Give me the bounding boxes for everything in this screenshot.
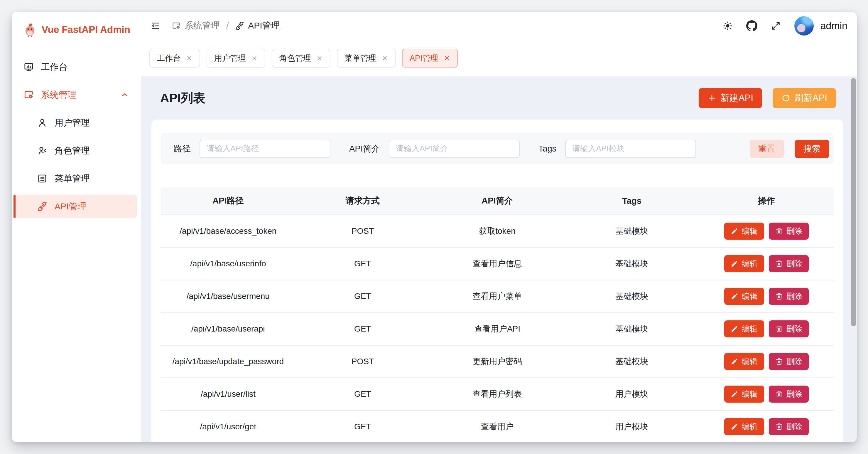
sidebar-item[interactable]: API管理 xyxy=(16,195,137,218)
trash-icon xyxy=(775,390,783,398)
fullscreen-icon[interactable] xyxy=(771,21,781,31)
refresh-api-button[interactable]: 刷新API xyxy=(773,88,836,108)
sidebar-collapse-icon[interactable] xyxy=(151,21,160,31)
delete-button[interactable]: 删除 xyxy=(769,288,809,305)
delete-button[interactable]: 删除 xyxy=(769,320,809,337)
tab-chip[interactable]: 用户管理 xyxy=(207,49,265,67)
cell-http-method: POST xyxy=(296,346,430,377)
sidebar-item[interactable]: 工作台 xyxy=(16,55,137,79)
search-button[interactable]: 搜索 xyxy=(795,140,829,158)
sidebar-item[interactable]: 系统管理 xyxy=(16,83,137,107)
cell-tags: 基础模块 xyxy=(565,313,699,345)
cell-api-path: /api/v1/base/update_password xyxy=(161,346,296,377)
cell-tags: 用户模块 xyxy=(565,378,699,410)
filter-field-input[interactable] xyxy=(565,140,696,158)
cell-actions: 编辑 删除 xyxy=(699,313,834,345)
tab-chip-label: 角色管理 xyxy=(279,53,311,63)
edit-button[interactable]: 编辑 xyxy=(724,223,764,239)
delete-button[interactable]: 删除 xyxy=(769,255,809,272)
cell-actions: 编辑 删除 xyxy=(699,411,834,442)
filter-panel: 路径 API简介 Tags xyxy=(161,133,834,165)
tab-close-icon[interactable] xyxy=(186,55,192,61)
tab-chip-label: API管理 xyxy=(410,53,438,63)
app-title: Vue FastAPI Admin xyxy=(42,24,130,35)
filter-field-label: API简介 xyxy=(349,143,380,155)
reset-button[interactable]: 重置 xyxy=(750,140,784,158)
user-menu[interactable]: admin xyxy=(794,16,847,35)
edit-button[interactable]: 编辑 xyxy=(724,255,764,272)
filter-field: Tags xyxy=(538,140,696,158)
cell-api-summary: 获取token xyxy=(430,215,565,247)
trash-icon xyxy=(775,423,783,430)
cell-api-path: /api/v1/base/userapi xyxy=(161,313,296,345)
sidebar-item[interactable]: 角色管理 xyxy=(16,139,137,162)
tab-close-icon[interactable] xyxy=(381,55,388,61)
tab-close-icon[interactable] xyxy=(251,55,258,61)
table-row: /api/v1/base/userapi GET 查看用户API 基础模块 编辑 xyxy=(161,312,834,345)
chicken-logo-icon xyxy=(23,23,37,37)
main-area: 系统管理 / API管理 admin xyxy=(141,12,857,442)
breadcrumb: 系统管理 / API管理 xyxy=(172,20,280,32)
content-area: API列表 新建API 刷新API xyxy=(141,76,857,442)
pencil-icon xyxy=(731,292,738,300)
api-table: API路径 请求方式 API简介 Tags 操作 xyxy=(161,187,834,442)
plus-icon xyxy=(708,94,716,103)
tab-chip[interactable]: 工作台 xyxy=(149,49,200,67)
tab-chip[interactable]: 角色管理 xyxy=(272,49,331,67)
delete-button[interactable]: 删除 xyxy=(769,353,809,370)
filter-buttons: 重置 搜索 xyxy=(750,140,829,158)
window-gear-icon xyxy=(24,90,34,100)
scrollbar-thumb[interactable] xyxy=(851,78,856,326)
app-window: Vue FastAPI Admin 工作台 系统管理 用户管理 xyxy=(12,12,857,442)
app-logo[interactable]: Vue FastAPI Admin xyxy=(12,12,141,48)
page-head: API列表 新建API 刷新API xyxy=(151,76,843,119)
tab-close-icon[interactable] xyxy=(444,55,450,61)
trash-icon xyxy=(775,260,783,267)
plug-icon xyxy=(235,21,244,31)
trash-icon xyxy=(775,292,783,300)
delete-button[interactable]: 删除 xyxy=(769,386,809,403)
cell-api-summary: 更新用户密码 xyxy=(430,346,565,377)
tab-chip[interactable]: 菜单管理 xyxy=(337,49,396,67)
github-icon[interactable] xyxy=(746,20,757,31)
page-title: API列表 xyxy=(160,90,206,106)
sidebar-item[interactable]: 用户管理 xyxy=(16,111,137,135)
cell-http-method: GET xyxy=(296,378,430,410)
window-gear-icon xyxy=(172,21,181,31)
create-api-button[interactable]: 新建API xyxy=(699,88,762,108)
avatar[interactable] xyxy=(794,16,814,35)
chevron-up-icon[interactable] xyxy=(120,90,129,99)
sidebar-item[interactable]: 菜单管理 xyxy=(16,167,137,190)
page-head-buttons: 新建API 刷新API xyxy=(699,88,836,108)
edit-button[interactable]: 编辑 xyxy=(724,288,764,305)
trash-icon xyxy=(775,358,783,365)
topbar-right: admin xyxy=(723,16,847,35)
cell-http-method: GET xyxy=(296,411,430,442)
breadcrumb-item-api[interactable]: API管理 xyxy=(235,20,280,32)
table-header-row: API路径 请求方式 API简介 Tags 操作 xyxy=(161,187,834,215)
delete-button[interactable]: 删除 xyxy=(769,418,809,435)
filter-field-input[interactable] xyxy=(199,140,331,158)
monitor-icon xyxy=(24,62,34,72)
tab-chip[interactable]: API管理 xyxy=(402,49,458,67)
cell-api-path: /api/v1/base/usermenu xyxy=(161,280,296,312)
cell-actions: 编辑 删除 xyxy=(699,248,834,280)
edit-button[interactable]: 编辑 xyxy=(724,353,764,370)
filter-field-label: 路径 xyxy=(174,143,191,155)
delete-button[interactable]: 删除 xyxy=(769,223,809,239)
filter-field-input[interactable] xyxy=(389,140,520,158)
breadcrumb-item-system[interactable]: 系统管理 xyxy=(172,20,220,32)
pencil-icon xyxy=(731,227,738,235)
cell-actions: 编辑 删除 xyxy=(699,280,834,312)
edit-button[interactable]: 编辑 xyxy=(724,386,764,403)
table-body: /api/v1/base/access_token POST 获取token 基… xyxy=(161,215,834,442)
theme-toggle-sun-icon[interactable] xyxy=(723,21,733,31)
topbar: 系统管理 / API管理 admin xyxy=(141,12,857,40)
table-row: /api/v1/user/get GET 查看用户 用户模块 编辑 xyxy=(161,410,834,442)
cell-http-method: GET xyxy=(296,248,430,280)
edit-button[interactable]: 编辑 xyxy=(724,320,764,337)
edit-button[interactable]: 编辑 xyxy=(724,418,764,435)
sidebar-menu: 工作台 系统管理 用户管理 角色管理 xyxy=(12,55,141,218)
cell-actions: 编辑 删除 xyxy=(699,378,834,410)
tab-close-icon[interactable] xyxy=(316,55,323,61)
